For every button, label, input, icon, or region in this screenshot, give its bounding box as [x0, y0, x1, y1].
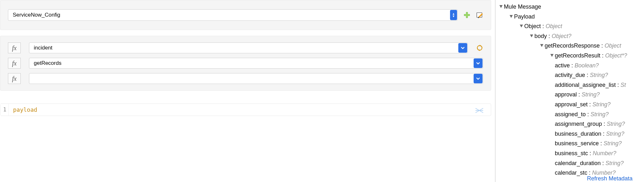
tree-leaf[interactable]: active : Boolean?: [499, 61, 644, 71]
service-dropdown[interactable]: [29, 42, 468, 53]
tree-leaf[interactable]: additional_assignee_list : St: [499, 80, 644, 90]
triangle-down-icon: [510, 15, 513, 18]
operation-dropdown[interactable]: [29, 58, 483, 69]
chevron-down-icon[interactable]: [458, 43, 467, 53]
triangle-down-icon: [530, 34, 533, 37]
triangle-down-icon: [550, 54, 554, 57]
fx-toggle[interactable]: fx: [8, 58, 21, 69]
param-row-1: fx: [8, 42, 483, 53]
tree-leaf[interactable]: assigned_to : String?: [499, 110, 644, 119]
tree-node-object[interactable]: Object : Object: [499, 21, 644, 31]
tree-leaf[interactable]: calendar_duration : String?: [499, 158, 644, 168]
service-input[interactable]: [29, 42, 468, 53]
tree-leaf[interactable]: approval : String?: [499, 90, 644, 100]
code-editor[interactable]: payload: [9, 104, 491, 116]
tree-leaf[interactable]: business_duration : String?: [499, 129, 644, 139]
extra-dropdown[interactable]: [29, 73, 483, 84]
svg-rect-3: [464, 14, 470, 16]
tree-node-response[interactable]: getRecordsResponse : Object: [499, 41, 644, 51]
triangle-down-icon: [499, 5, 503, 8]
params-section: fx fx fx: [0, 36, 491, 91]
chevron-down-icon[interactable]: [474, 58, 483, 68]
tree-node-result[interactable]: getRecordsResult : Object*?: [499, 51, 644, 61]
metadata-tree: Mule Message Payload Object : Object bod…: [499, 2, 644, 178]
config-dropdown[interactable]: ▲ ▼: [8, 9, 458, 21]
add-icon[interactable]: [463, 11, 470, 19]
line-gutter: 1: [0, 104, 9, 116]
tree-leaf[interactable]: assignment_group : String?: [499, 119, 644, 129]
chevron-down-icon[interactable]: [474, 74, 483, 83]
fx-toggle[interactable]: fx: [8, 42, 21, 53]
config-section: ▲ ▼: [0, 0, 491, 30]
left-panel: ▲ ▼ fx fx: [0, 0, 495, 182]
edit-icon[interactable]: [476, 11, 483, 19]
operation-input[interactable]: [29, 58, 483, 69]
triangle-down-icon: [540, 44, 543, 47]
tree-node-root[interactable]: Mule Message: [499, 2, 644, 12]
transform-icon: [475, 107, 484, 116]
config-input[interactable]: [8, 9, 458, 21]
tree-leaf[interactable]: business_stc : Number?: [499, 148, 644, 158]
param-row-3: fx: [8, 73, 483, 84]
metadata-panel: Mule Message Payload Object : Object bod…: [495, 0, 644, 182]
extra-input[interactable]: [29, 73, 483, 84]
refresh-icon[interactable]: [476, 44, 483, 51]
triangle-down-icon: [520, 25, 523, 27]
tree-leaf[interactable]: approval_set : String?: [499, 100, 644, 110]
stepper-icon[interactable]: ▲ ▼: [450, 10, 457, 20]
tree-node-body[interactable]: body : Object?: [499, 31, 644, 41]
param-row-2: fx: [8, 58, 483, 69]
refresh-metadata-link[interactable]: Refresh Metadata: [587, 175, 633, 182]
tree-node-payload[interactable]: Payload: [499, 12, 644, 22]
tree-leaf[interactable]: business_service : String?: [499, 139, 644, 148]
fx-toggle[interactable]: fx: [8, 73, 21, 84]
tree-leaf[interactable]: activity_due : String?: [499, 70, 644, 80]
editor-section: 1 payload: [0, 103, 491, 116]
